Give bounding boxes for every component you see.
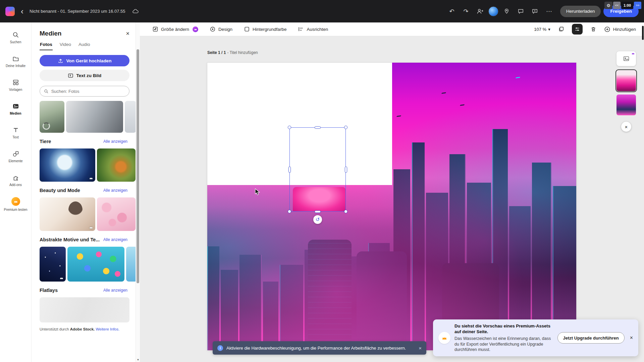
adobe-express-logo[interactable] (5, 7, 15, 16)
rail-label: Vorlagen (9, 88, 22, 92)
chat-add-button[interactable] (529, 6, 541, 17)
section-header: Abstrakte Motive und Te... Alle anzeigen (40, 237, 127, 242)
asset-thumb-selected[interactable] (616, 70, 636, 91)
selection-handle-top-right[interactable] (344, 126, 347, 129)
close-thumbnails-button[interactable]: × (621, 122, 631, 132)
zoom-control[interactable]: 107 % ▾ (534, 27, 550, 32)
stock-photo-thumb[interactable] (40, 197, 95, 231)
more-options-button[interactable]: ⋯ (543, 6, 555, 17)
asset-thumb-city[interactable] (616, 95, 636, 115)
premium-crown-icon (438, 332, 450, 344)
show-all-link[interactable]: Alle anzeigen (103, 139, 127, 144)
show-all-link[interactable]: Alle anzeigen (103, 288, 127, 293)
sliders-icon (574, 26, 580, 32)
templates-icon (12, 79, 19, 86)
upgrade-button[interactable]: Jetzt Upgrade durchführen (557, 332, 625, 344)
rail-label: Suchen (10, 40, 21, 44)
align-button[interactable]: Ausrichten (298, 26, 328, 32)
tab-photos[interactable]: Fotos (40, 42, 53, 50)
rail-item-elements[interactable]: Elemente (1, 145, 31, 169)
rail-item-your-content[interactable]: Deine Inhalte (1, 50, 31, 73)
page-title-hint[interactable]: - Titel hinzufügen (227, 50, 258, 55)
design-button[interactable]: Design (210, 26, 232, 32)
premium-crown-icon (89, 226, 93, 229)
download-button[interactable]: Herunterladen (560, 6, 601, 17)
document-page[interactable]: ↺ (207, 63, 576, 350)
scrollbar-down-arrow[interactable]: ▾ (136, 358, 140, 361)
info-icon: i (217, 345, 223, 351)
text-to-image-button[interactable]: Text zu Bild (40, 70, 129, 81)
section-header: Tiere Alle anzeigen (40, 139, 127, 144)
back-button[interactable]: ‹ (19, 7, 25, 15)
tab-video[interactable]: Video (59, 42, 71, 50)
rail-item-media[interactable]: Medien (1, 97, 31, 121)
shapes-icon (12, 150, 19, 157)
background-color-button[interactable]: Hintergrundfarbe (244, 26, 286, 32)
more-info-link[interactable]: Weitere Infos. (95, 327, 119, 331)
rail-label: Elemente (8, 159, 22, 163)
stock-photo-thumb[interactable] (66, 101, 123, 133)
location-pin-button[interactable] (501, 6, 513, 17)
pages-button[interactable] (556, 24, 567, 35)
media-panel: Medien × Fotos Video Audio Von Gerät hoc… (32, 22, 136, 362)
rail-item-text[interactable]: Text (1, 121, 31, 145)
stock-note-brand: Adobe Stock. (70, 327, 95, 331)
stock-photo-thumb[interactable] (40, 247, 66, 282)
rail-item-templates[interactable]: Vorlagen (1, 73, 31, 97)
rail-item-premium[interactable]: Premium testen (1, 192, 31, 216)
selection-handle-bottom[interactable] (315, 210, 321, 213)
topbar: ‹ Nicht benannt - 01. September 2023 um … (0, 0, 644, 22)
redo-button[interactable]: ↷ (460, 6, 472, 17)
panel-scrollbar[interactable]: ▾ (136, 22, 140, 362)
rail-label: Deine Inhalte (6, 64, 25, 68)
chevron-down-icon: ▾ (548, 27, 550, 32)
selection-handle-bottom-left[interactable] (288, 210, 291, 213)
show-all-link[interactable]: Alle anzeigen (103, 188, 127, 193)
resize-button[interactable]: Größe ändern (152, 26, 198, 32)
stock-photo-thumb[interactable] (40, 148, 95, 182)
timer-forward-button[interactable]: >> (634, 2, 641, 9)
stock-photo-thumb[interactable] (125, 101, 136, 133)
rail-item-search[interactable]: Suchen (1, 26, 31, 50)
tab-audio[interactable]: Audio (78, 42, 91, 50)
adjustments-button[interactable] (572, 24, 583, 35)
toast-close-button[interactable]: × (419, 345, 422, 351)
scrollbar-thumb[interactable] (137, 49, 139, 283)
comment-button[interactable] (515, 6, 527, 17)
add-button[interactable]: Hinzufügen (604, 26, 636, 33)
photo-search-field[interactable] (40, 86, 129, 97)
invite-collaborator-button[interactable] (474, 6, 486, 17)
upload-from-device-button[interactable]: Von Gerät hochladen (40, 55, 129, 66)
premium-asset-card[interactable] (616, 51, 636, 66)
panel-close-button[interactable]: × (126, 31, 129, 37)
undo-button[interactable]: ↶ (446, 6, 458, 17)
window-scrollbar-thumb[interactable] (642, 26, 644, 40)
section-header: Flatlays Alle anzeigen (40, 288, 127, 293)
toast-close-button[interactable]: × (630, 335, 633, 341)
selection-handle-left[interactable] (288, 167, 291, 173)
user-avatar[interactable] (488, 6, 498, 16)
photo-search-input[interactable] (51, 89, 125, 94)
stock-photo-thumb[interactable] (97, 197, 136, 231)
selection-box[interactable]: ↺ (289, 127, 346, 212)
selection-handle-top-left[interactable] (288, 126, 291, 129)
timer-settings-button[interactable]: ⚙ (604, 2, 612, 9)
selection-handle-top[interactable] (315, 126, 321, 129)
cyberpunk-city-image[interactable] (207, 63, 576, 350)
stock-photo-thumb[interactable] (97, 148, 136, 182)
rotate-handle[interactable]: ↺ (313, 215, 322, 224)
stock-photo-thumb[interactable] (40, 101, 64, 133)
stock-photo-thumb[interactable] (126, 247, 136, 282)
selection-handle-right[interactable] (345, 167, 347, 173)
premium-toast-body: Das Wasserzeichen ist eine Erinnerung da… (454, 336, 553, 353)
rail-item-addons[interactable]: Add-ons (1, 169, 31, 192)
stock-photo-thumb[interactable] (40, 297, 129, 322)
show-all-link[interactable]: Alle anzeigen (103, 237, 127, 242)
delete-button[interactable] (588, 24, 599, 35)
canvas-area[interactable]: Seite 1 / 1- Titel hinzufügen (140, 36, 644, 362)
stock-photo-thumb[interactable] (67, 247, 124, 282)
timer-rewind-button[interactable]: << (613, 2, 621, 9)
add-label: Hinzufügen (613, 27, 636, 32)
selection-handle-bottom-right[interactable] (344, 210, 347, 213)
premium-crown-icon (89, 176, 93, 180)
